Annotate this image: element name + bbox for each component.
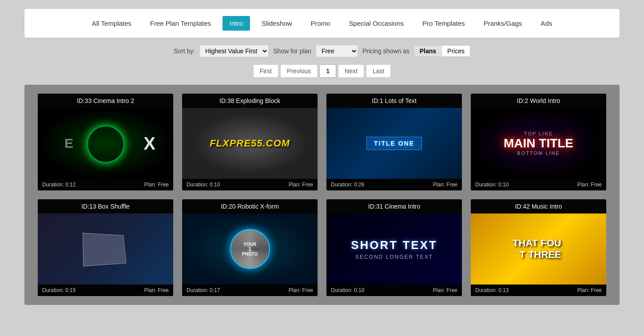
card-title-31: ID:31 Cinema Intro	[326, 199, 462, 213]
first-page-btn[interactable]: First	[253, 64, 278, 78]
card-duration-2: Duration: 0:10	[475, 182, 509, 188]
card-plan-1: Plan: Free	[433, 182, 457, 188]
nav-ads[interactable]: Ads	[533, 16, 559, 31]
pricing-plans-btn[interactable]: Plans	[414, 45, 442, 57]
card-title-33: ID:33 Cinema Intro 2	[38, 94, 173, 108]
card-thumb-31: SHORT TEXT SECOND LONGER TEXT	[326, 213, 462, 285]
card-duration-33: Duration: 0:12	[42, 182, 76, 188]
short-text: SHORT TEXT	[351, 238, 437, 252]
card-thumb-42: THAT FOU T THREE	[471, 213, 606, 285]
template-card-42[interactable]: ID:42 Music Intro THAT FOU T THREE Durat…	[471, 199, 606, 296]
card-duration-31: Duration: 0:10	[331, 287, 364, 293]
card-plan-20: Plan: Free	[289, 287, 313, 293]
last-page-btn[interactable]: Last	[366, 64, 391, 78]
card-plan-42: Plan: Free	[577, 287, 602, 293]
card-plan-13: Plan: Free	[144, 287, 169, 293]
template-card-2[interactable]: ID:2 World Intro TOP LINE MAIN TITLE BOT…	[471, 94, 606, 190]
nav-pranks-gags[interactable]: Pranks/Gags	[477, 16, 529, 31]
plan-select[interactable]: Free Personal Business Pro	[316, 45, 358, 57]
card-footer-1: Duration: 0:26 Plan: Free	[326, 179, 462, 190]
nav-pro-templates[interactable]: Pro Templates	[415, 16, 472, 31]
second-text: SECOND LONGER TEXT	[351, 254, 437, 260]
templates-grid: ID:33 Cinema Intro 2 E X Duration: 0:12 …	[38, 94, 606, 296]
nav-all-templates[interactable]: All Templates	[85, 16, 139, 31]
card-footer-38: Duration: 0:10 Plan: Free	[182, 179, 318, 190]
nav-intro[interactable]: Intro	[223, 16, 250, 31]
card-thumb-33: E X	[38, 108, 173, 179]
box-shape-icon	[82, 233, 126, 266]
pricing-toggle: Plans Prices	[414, 45, 470, 57]
card-duration-20: Duration: 0:17	[187, 287, 220, 293]
current-page-btn[interactable]: 1	[319, 64, 336, 78]
robot-shape-icon: YOUR1PHOTO	[230, 229, 270, 269]
sort-label: Sort by:	[174, 47, 195, 55]
world-bottom-line: BOTTOM LINE	[517, 150, 560, 156]
pricing-prices-btn[interactable]: Prices	[442, 45, 470, 57]
card-footer-42: Duration: 0:13 Plan: Free	[471, 285, 606, 296]
card-thumb-38: FLXPRE55.COM	[182, 108, 318, 179]
card-footer-20: Duration: 0:17 Plan: Free	[182, 285, 318, 296]
card-title-2: ID:2 World Intro	[471, 94, 606, 108]
card-footer-33: Duration: 0:12 Plan: Free	[38, 179, 173, 190]
card-plan-2: Plan: Free	[577, 182, 602, 188]
templates-grid-section: ID:33 Cinema Intro 2 E X Duration: 0:12 …	[24, 85, 620, 305]
template-card-33[interactable]: ID:33 Cinema Intro 2 E X Duration: 0:12 …	[38, 94, 173, 190]
card-plan-38: Plan: Free	[289, 182, 313, 188]
card-plan-31: Plan: Free	[433, 287, 457, 293]
card-thumb-20: YOUR1PHOTO	[182, 213, 318, 285]
template-card-1[interactable]: ID:1 Lots of Text TITLE ONE Duration: 0:…	[326, 94, 462, 190]
nav-promo[interactable]: Promo	[303, 16, 337, 31]
world-main-title: MAIN TITLE	[504, 137, 573, 150]
card-duration-42: Duration: 0:13	[475, 287, 509, 293]
next-page-btn[interactable]: Next	[338, 64, 364, 78]
template-card-31[interactable]: ID:31 Cinema Intro SHORT TEXT SECOND LON…	[326, 199, 462, 296]
template-card-38[interactable]: ID:38 Exploding Block FLXPRE55.COM Durat…	[182, 94, 318, 190]
exploding-text: FLXPRE55.COM	[210, 138, 290, 149]
cinema-text-block: SHORT TEXT SECOND LONGER TEXT	[351, 238, 437, 260]
card-title-13: ID:13 Box Shuffle	[38, 199, 173, 213]
pricing-label: Pricing shown as	[362, 47, 409, 55]
card-title-1: ID:1 Lots of Text	[326, 94, 462, 108]
controls-bar: Sort by: Highest Value First Lowest Valu…	[24, 45, 620, 57]
card-thumb-1: TITLE ONE	[326, 108, 462, 179]
nav-special-occasions[interactable]: Special Occasions	[342, 16, 411, 31]
music-text: THAT FOU T THREE	[511, 237, 565, 261]
card-title-20: ID:20 Robotic X-form	[182, 199, 318, 213]
previous-page-btn[interactable]: Previous	[280, 64, 318, 78]
card-title-38: ID:38 Exploding Block	[182, 94, 318, 108]
card-duration-1: Duration: 0:26	[331, 182, 364, 188]
card-duration-13: Duration: 0:15	[42, 287, 76, 293]
card-thumb-13	[38, 213, 173, 285]
show-plan-label: Show for plan	[273, 47, 311, 55]
letter-x-icon: X	[143, 134, 155, 154]
letter-e-icon: E	[64, 136, 73, 151]
card-footer-13: Duration: 0:15 Plan: Free	[38, 285, 173, 296]
lots-text-box: TITLE ONE	[366, 137, 422, 150]
card-plan-33: Plan: Free	[144, 182, 169, 188]
nav-slideshow[interactable]: Slideshow	[254, 16, 299, 31]
card-duration-38: Duration: 0:10	[187, 182, 220, 188]
pagination: First Previous 1 Next Last	[24, 64, 620, 78]
nav-bar: All Templates Free Plan Templates Intro …	[24, 9, 620, 38]
template-card-13[interactable]: ID:13 Box Shuffle Duration: 0:15 Plan: F…	[38, 199, 173, 296]
card-footer-31: Duration: 0:10 Plan: Free	[326, 285, 462, 296]
card-footer-2: Duration: 0:10 Plan: Free	[471, 179, 606, 190]
nav-free-plan[interactable]: Free Plan Templates	[143, 16, 218, 31]
template-card-20[interactable]: ID:20 Robotic X-form YOUR1PHOTO Duration…	[182, 199, 318, 296]
sort-select[interactable]: Highest Value First Lowest Value First N…	[199, 45, 269, 57]
world-intro-stack: TOP LINE MAIN TITLE BOTTOM LINE	[504, 131, 573, 156]
card-title-42: ID:42 Music Intro	[471, 199, 606, 213]
card-thumb-2: TOP LINE MAIN TITLE BOTTOM LINE	[471, 108, 606, 179]
world-top-line: TOP LINE	[524, 131, 553, 136]
